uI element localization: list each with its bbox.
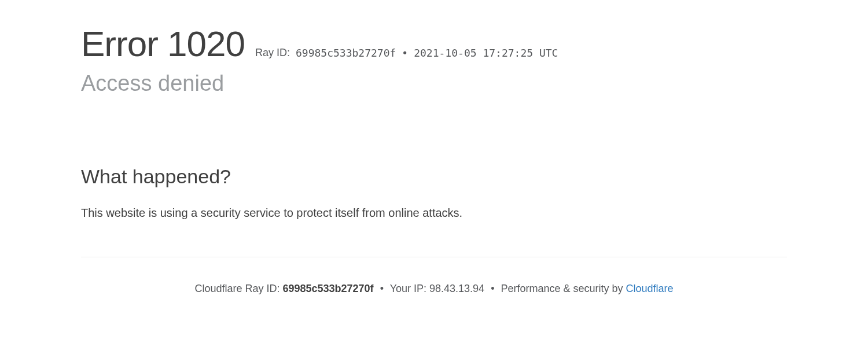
cloudflare-link[interactable]: Cloudflare	[626, 283, 674, 294]
error-subtitle: Access denied	[81, 71, 787, 96]
footer-ip-label: Your IP:	[390, 283, 429, 294]
error-description: This website is using a security service…	[81, 204, 498, 222]
error-header-row: Error 1020 Ray ID: 69985c533b27270f • 20…	[81, 23, 787, 64]
timestamp: 2021-10-05 17:27:25 UTC	[414, 47, 558, 59]
footer-ray-label: Cloudflare Ray ID:	[194, 283, 282, 294]
bullet-separator: •	[402, 47, 408, 59]
ray-meta: Ray ID: 69985c533b27270f • 2021-10-05 17…	[255, 47, 558, 59]
page-container: Error 1020 Ray ID: 69985c533b27270f • 20…	[0, 0, 868, 295]
error-title: Error 1020	[81, 23, 245, 64]
divider	[81, 257, 787, 257]
ray-id-label: Ray ID:	[255, 47, 290, 59]
footer-ray-id: 69985c533b27270f	[282, 283, 373, 294]
footer: Cloudflare Ray ID: 69985c533b27270f • Yo…	[81, 283, 787, 295]
footer-separator: •	[491, 283, 494, 294]
what-happened-heading: What happened?	[81, 165, 787, 188]
footer-separator: •	[380, 283, 384, 294]
footer-perf-label: Performance & security by	[501, 283, 626, 294]
ray-id-value: 69985c533b27270f	[296, 47, 396, 59]
footer-ip-value: 98.43.13.94	[429, 283, 484, 294]
